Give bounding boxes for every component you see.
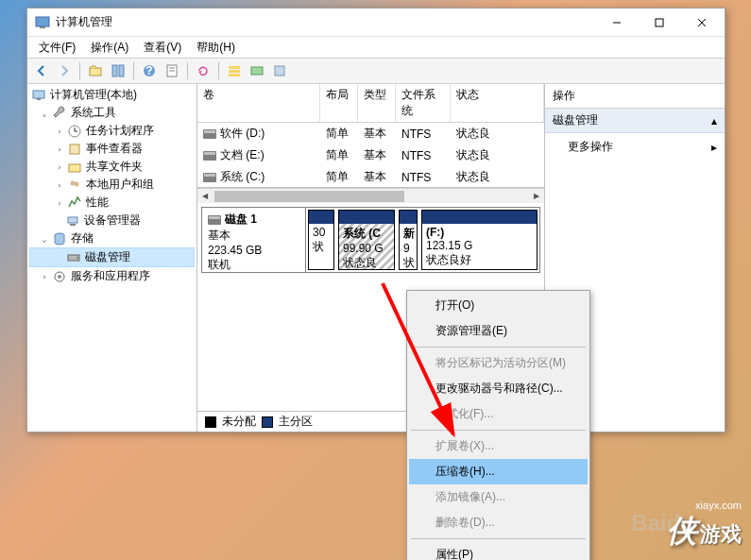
actions-section[interactable]: 磁盘管理 ▴ — [545, 109, 725, 133]
settings-button[interactable] — [269, 60, 290, 81]
volume-list[interactable]: 卷 布局 类型 文件系统 状态 软件 (D:) 简单 基本 NTFS 状态良 文… — [197, 84, 544, 188]
col-fs[interactable]: 文件系统 — [396, 84, 451, 122]
context-item[interactable]: 压缩卷(H)... — [409, 459, 588, 484]
volume-icon — [203, 129, 216, 139]
show-hide-button[interactable] — [108, 60, 128, 81]
toolbar-sep — [187, 62, 188, 79]
tree-label: 存储 — [71, 230, 94, 246]
vol-type: 基本 — [358, 124, 396, 144]
volume-row[interactable]: 软件 (D:) 简单 基本 NTFS 状态良 — [197, 123, 544, 144]
hscrollbar[interactable]: ◀ ▶ — [197, 188, 544, 203]
forward-button[interactable] — [54, 60, 75, 81]
menu-view[interactable]: 查看(V) — [136, 38, 189, 58]
svg-rect-25 — [69, 164, 80, 172]
volume-row[interactable]: 系统 (C:) 简单 基本 NTFS 状态良 — [197, 166, 544, 188]
legend-primary-swatch — [262, 416, 273, 428]
vol-layout: 简单 — [320, 145, 358, 165]
titlebar: 计算机管理 — [27, 8, 725, 37]
partition-body: 新 9 状 — [400, 224, 417, 269]
tree-storage[interactable]: ⌄ 存储 — [29, 229, 195, 247]
disk-row: 磁盘 1 基本 223.45 GB 联机 30 状 — [201, 207, 540, 273]
partition[interactable]: (F:) 123.15 G 状态良好 — [421, 210, 538, 270]
expand-icon[interactable]: › — [54, 126, 65, 137]
legend-unalloc-swatch — [205, 416, 216, 428]
menu-file[interactable]: 文件(F) — [31, 38, 83, 58]
partition[interactable]: 30 状 — [308, 210, 334, 270]
up-button[interactable] — [85, 60, 106, 81]
vol-status: 状态良 — [451, 124, 544, 144]
svg-rect-0 — [36, 17, 49, 26]
refresh-button[interactable] — [193, 60, 213, 81]
window-controls — [595, 9, 723, 36]
back-button[interactable] — [31, 60, 52, 81]
watermark-main: 侠 — [667, 514, 697, 548]
expand-icon[interactable]: › — [54, 161, 65, 173]
context-separator — [411, 430, 586, 431]
toolbar-sep — [79, 62, 80, 79]
tree-performance[interactable]: › 性能 — [29, 194, 195, 212]
scroll-thumb[interactable] — [214, 191, 404, 202]
expand-icon[interactable]: › — [54, 144, 65, 155]
tree-system-tools[interactable]: ⌄ 系统工具 — [29, 104, 195, 122]
tree-panel[interactable]: 计算机管理(本地) ⌄ 系统工具 › 任务计划程序 › 事件查看器 — [27, 84, 197, 432]
tree-label: 设备管理器 — [84, 212, 141, 229]
minimize-button[interactable] — [595, 9, 638, 36]
menu-help[interactable]: 帮助(H) — [189, 38, 243, 58]
vol-layout: 简单 — [320, 124, 358, 144]
properties-button[interactable] — [162, 60, 182, 81]
toolbar: ? — [27, 58, 725, 84]
expand-icon[interactable]: › — [54, 197, 65, 209]
svg-rect-6 — [90, 68, 101, 76]
tree-disk-management[interactable]: 磁盘管理 — [29, 247, 195, 267]
vol-fs: NTFS — [396, 145, 451, 165]
legend-unalloc-label: 未分配 — [222, 414, 256, 430]
tree-device-manager[interactable]: 设备管理器 — [29, 212, 195, 229]
disk-size: 223.45 GB — [208, 244, 299, 257]
tree-root-label: 计算机管理(本地) — [50, 87, 137, 103]
storage-icon — [52, 231, 67, 246]
context-item[interactable]: 更改驱动器号和路径(C)... — [409, 376, 588, 401]
context-menu[interactable]: 打开(O)资源管理器(E)将分区标记为活动分区(M)更改驱动器号和路径(C)..… — [406, 290, 590, 560]
partition-system[interactable]: 系统 (C 99.90 G 状态良 — [338, 210, 395, 270]
svg-rect-29 — [70, 224, 76, 226]
tree-local-users[interactable]: › 本地用户和组 — [29, 176, 195, 194]
menubar: 文件(F) 操作(A) 查看(V) 帮助(H) — [27, 37, 725, 58]
volume-row[interactable]: 文档 (E:) 简单 基本 NTFS 状态良 — [197, 144, 544, 166]
disk-info[interactable]: 磁盘 1 基本 223.45 GB 联机 — [202, 208, 306, 272]
svg-rect-20 — [37, 98, 41, 100]
col-layout[interactable]: 布局 — [320, 84, 358, 122]
tree-event-viewer[interactable]: › 事件查看器 — [29, 140, 195, 158]
scroll-right-icon[interactable]: ▶ — [529, 190, 544, 203]
svg-rect-1 — [40, 26, 45, 28]
partition-body: 系统 (C 99.90 G 状态良 — [339, 224, 394, 269]
svg-rect-15 — [229, 70, 240, 73]
actions-more[interactable]: 更多操作 ▸ — [545, 133, 725, 161]
tree-shared-folders[interactable]: › 共享文件夹 — [29, 158, 195, 176]
actions-more-label: 更多操作 — [568, 139, 613, 155]
tree-task-scheduler[interactable]: › 任务计划程序 — [29, 122, 195, 140]
collapse-icon[interactable]: ⌄ — [39, 233, 50, 245]
col-type[interactable]: 类型 — [358, 84, 396, 122]
maximize-button[interactable] — [638, 9, 680, 36]
perf-icon — [67, 195, 82, 211]
tree-root[interactable]: 计算机管理(本地) — [29, 86, 195, 104]
menu-action[interactable]: 操作(A) — [83, 38, 136, 58]
collapse-icon[interactable]: ⌄ — [39, 108, 50, 119]
partition[interactable]: 新 9 状 — [399, 210, 418, 270]
scroll-left-icon[interactable]: ◀ — [197, 190, 213, 203]
expand-icon[interactable]: › — [39, 271, 50, 282]
col-volume[interactable]: 卷 — [197, 84, 320, 122]
context-item[interactable]: 属性(P) — [409, 542, 588, 560]
context-item[interactable]: 打开(O) — [409, 293, 588, 318]
detail-button[interactable] — [247, 60, 267, 81]
svg-rect-18 — [275, 66, 284, 76]
tree-services[interactable]: › 服务和应用程序 — [29, 267, 195, 285]
app-icon — [35, 15, 50, 30]
list-button[interactable] — [224, 60, 245, 81]
context-item[interactable]: 资源管理器(E) — [409, 318, 588, 344]
expand-icon[interactable]: › — [54, 179, 65, 191]
close-button[interactable] — [680, 9, 723, 36]
collapse-icon: ▴ — [711, 114, 717, 127]
col-status[interactable]: 状态 — [451, 84, 544, 122]
help-button[interactable]: ? — [139, 60, 160, 81]
